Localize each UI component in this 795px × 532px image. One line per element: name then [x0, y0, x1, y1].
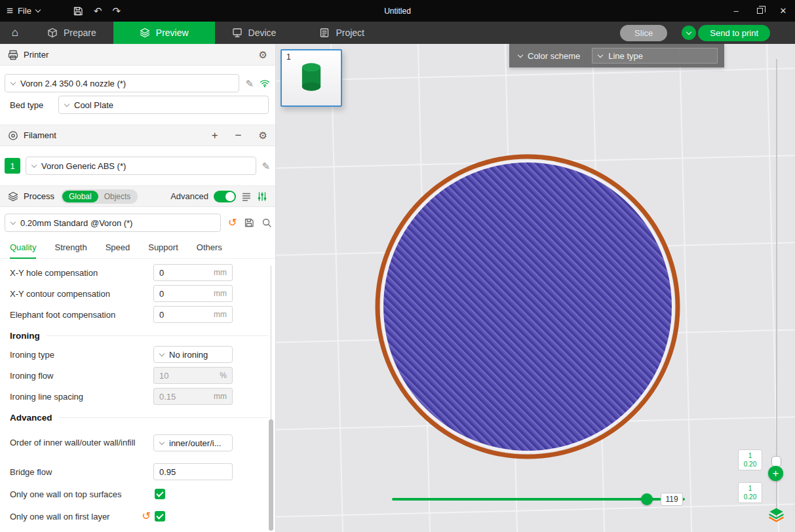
- model-thumbnail-cylinder: [297, 61, 326, 94]
- bed-type-dropdown[interactable]: Cool Plate: [58, 96, 269, 114]
- chevron-down-icon: [35, 7, 41, 12]
- layer-slider-track[interactable]: [776, 59, 777, 518]
- param-label: Order of inner wall/outer wall/infill: [10, 437, 153, 449]
- bed-type-row: Bed type Cool Plate: [5, 96, 269, 114]
- elephant-foot-compensation-field: mm: [153, 306, 233, 323]
- tab-others[interactable]: Others: [197, 242, 222, 258]
- filament-icon: [8, 130, 18, 141]
- line-type-dropdown[interactable]: Line type: [592, 48, 718, 64]
- ironing-group-title: Ironing: [10, 331, 40, 341]
- printer-section-title: Printer: [24, 50, 48, 60]
- printer-preset-row: Voron 2.4 350 0.4 nozzle (*) ✎: [5, 74, 270, 92]
- advanced-toggle-label: Advanced: [170, 191, 208, 201]
- unit-label: mm: [214, 310, 227, 319]
- save-icon: [73, 6, 83, 16]
- redo-button[interactable]: ↷: [112, 6, 121, 16]
- sidebar-scrollbar-thumb[interactable]: [269, 419, 273, 531]
- send-options-button[interactable]: [682, 26, 696, 40]
- param-row: Ironing flow %: [0, 366, 275, 385]
- tab-support[interactable]: Support: [148, 242, 178, 258]
- reset-preset-button[interactable]: ↺: [228, 218, 237, 228]
- preview-viewport[interactable]: 1 Color scheme Line type: [276, 44, 795, 532]
- scope-global-button[interactable]: Global: [62, 191, 98, 202]
- tab-device-label: Device: [248, 28, 277, 38]
- file-menu[interactable]: ≡ File: [0, 0, 47, 22]
- param-label: Ironing flow: [10, 371, 153, 381]
- tab-speed[interactable]: Speed: [106, 242, 130, 258]
- ironing-type-dropdown[interactable]: No ironing: [153, 346, 233, 363]
- bridge-flow-input[interactable]: [159, 467, 227, 477]
- tab-device[interactable]: Device: [215, 22, 294, 44]
- plate-thumbnail[interactable]: 1: [281, 49, 342, 107]
- file-menu-label: File: [18, 6, 31, 16]
- wifi-icon[interactable]: [260, 78, 270, 88]
- save-preset-button[interactable]: [244, 218, 254, 228]
- search-settings-button[interactable]: [262, 218, 272, 228]
- unit-label: mm: [214, 392, 227, 401]
- chevron-down-icon: [10, 219, 16, 224]
- one-wall-top-checkbox[interactable]: [155, 489, 165, 499]
- view-toolbar: Color scheme Line type: [509, 44, 724, 67]
- save-button[interactable]: [73, 6, 83, 16]
- tab-prepare-label: Prepare: [64, 28, 96, 38]
- tab-prepare[interactable]: Prepare: [30, 22, 113, 44]
- wall-order-dropdown[interactable]: inner/outer/i...: [153, 434, 233, 451]
- tab-project[interactable]: Project: [302, 22, 381, 44]
- minimize-button[interactable]: –: [724, 0, 748, 22]
- xy-contour-compensation-input[interactable]: [159, 289, 211, 299]
- move-slider-handle[interactable]: [641, 493, 653, 505]
- filament-section-title: Filament: [24, 130, 56, 140]
- color-scheme-dropdown[interactable]: Color scheme: [516, 51, 583, 61]
- undo-button[interactable]: ↶: [94, 6, 102, 16]
- color-scheme-label: Color scheme: [528, 51, 580, 61]
- tab-strength[interactable]: Strength: [54, 242, 87, 258]
- bed-type-value: Cool Plate: [74, 100, 113, 110]
- param-row: Elephant foot compensation mm: [0, 305, 275, 324]
- layer-height: 0.20: [744, 493, 756, 502]
- send-to-print-button[interactable]: Send to print: [698, 25, 770, 41]
- elephant-foot-compensation-input[interactable]: [159, 310, 211, 320]
- param-row: Order of inner wall/outer wall/infill in…: [0, 429, 275, 457]
- param-row: Ironing line spacing mm: [0, 387, 275, 406]
- layer-slider-add-button[interactable]: +: [768, 466, 783, 481]
- param-label: Only one wall on top surfaces: [10, 489, 155, 499]
- ironing-line-spacing-field: mm: [153, 388, 233, 405]
- param-row: Ironing type No ironing: [0, 345, 275, 364]
- prepare-icon: [47, 28, 58, 38]
- one-wall-first-checkbox[interactable]: [155, 511, 165, 522]
- tab-quality[interactable]: Quality: [10, 242, 36, 259]
- add-filament-button[interactable]: +: [212, 130, 218, 141]
- titlebar-actions: ↶ ↷: [73, 6, 121, 16]
- printer-preset-dropdown[interactable]: Voron 2.4 350 0.4 nozzle (*): [5, 74, 239, 92]
- filament-slot-badge[interactable]: 1: [5, 158, 20, 174]
- scope-objects-button[interactable]: Objects: [98, 192, 137, 201]
- xy-hole-compensation-input[interactable]: [159, 268, 211, 278]
- remove-filament-button[interactable]: −: [235, 130, 242, 141]
- slice-button[interactable]: Slice: [620, 25, 667, 41]
- plate-number: 1: [286, 52, 291, 62]
- line-type-value: Line type: [608, 51, 643, 61]
- edit-filament-button[interactable]: ✎: [262, 161, 270, 171]
- param-label: X-Y hole compensation: [10, 268, 153, 278]
- filament-settings-button[interactable]: ⚙: [259, 130, 267, 142]
- advanced-toggle[interactable]: [214, 191, 236, 202]
- reset-value-button[interactable]: ↺: [142, 511, 151, 522]
- tune-sliders-icon[interactable]: [257, 191, 267, 202]
- filament-preset-dropdown[interactable]: Voron Generic ABS (*): [26, 157, 256, 175]
- close-button[interactable]: ✕: [771, 0, 795, 22]
- maximize-icon: [757, 8, 763, 14]
- edit-printer-button[interactable]: ✎: [245, 79, 254, 88]
- move-slider-value: 119: [661, 493, 683, 506]
- chevron-down-icon: [598, 52, 603, 57]
- maximize-button[interactable]: [748, 0, 771, 22]
- process-preset-dropdown[interactable]: 0.20mm Standard @Voron (*): [5, 214, 221, 232]
- printer-settings-button[interactable]: ⚙: [259, 49, 267, 61]
- unit-label: mm: [214, 268, 227, 277]
- home-tab[interactable]: ⌂: [0, 22, 30, 44]
- tab-preview[interactable]: Preview: [113, 22, 215, 44]
- parameter-table-icon[interactable]: [241, 191, 252, 202]
- project-icon: [319, 28, 330, 38]
- process-preset-value: 0.20mm Standard @Voron (*): [20, 218, 132, 228]
- layers-view-button[interactable]: [767, 506, 785, 523]
- preview-icon: [140, 28, 150, 38]
